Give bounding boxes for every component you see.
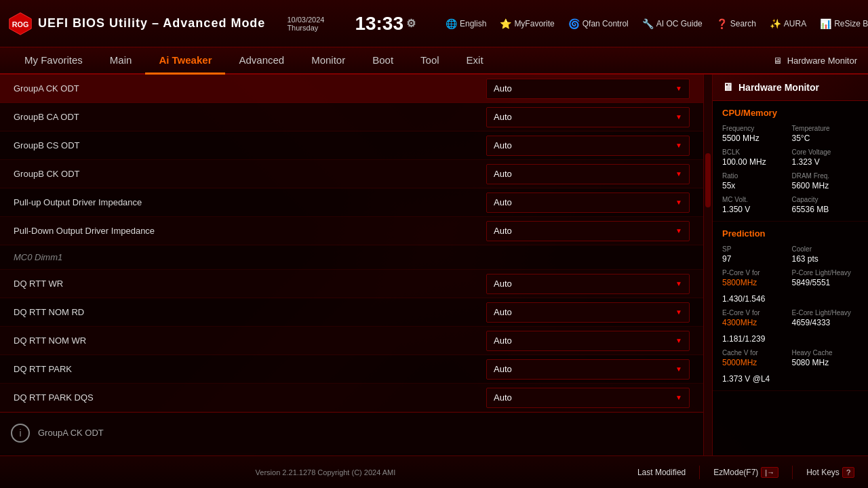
header: ROG UEFI BIOS Utility – Advanced Mode 10… bbox=[0, 0, 868, 47]
hw-grid-prediction: SP 97 Cooler 163 pts bbox=[722, 245, 859, 264]
setting-label-pulldown: Pull-Down Output Driver Impedance bbox=[14, 226, 486, 236]
chevron-down-icon: ▼ bbox=[675, 142, 682, 149]
content-area: GroupA CK ODT Auto ▼ GroupB CA ODT Auto … bbox=[0, 75, 868, 455]
setting-label-pullup: Pull-up Output Driver Impedance bbox=[14, 197, 486, 207]
setting-label-dq-rtt-park: DQ RTT PARK bbox=[14, 364, 486, 374]
dropdown-dq-rtt-wr[interactable]: Auto ▼ bbox=[486, 274, 690, 294]
footer-buttons: Last Modified EzMode(F7) |→ Hot Keys ? bbox=[637, 466, 854, 479]
hw-monitor-header: 🖥 Hardware Monitor bbox=[713, 75, 868, 101]
nav-exit[interactable]: Exit bbox=[453, 47, 497, 75]
nav-tool[interactable]: Tool bbox=[407, 47, 453, 75]
nav-boot[interactable]: Boot bbox=[359, 47, 407, 75]
nav-resize-bar[interactable]: 📊 ReSize BAR bbox=[814, 16, 868, 32]
hw-item-heavy-cache: Heavy Cache 5080 MHz bbox=[792, 349, 859, 367]
chevron-down-icon: ▼ bbox=[675, 170, 682, 178]
hot-keys-key: ? bbox=[842, 467, 854, 478]
aura-icon: ✨ bbox=[770, 18, 781, 29]
hw-item-ratio: Ratio 55x bbox=[722, 172, 789, 190]
table-row: GroupB CS ODT Auto ▼ bbox=[0, 131, 703, 160]
setting-label-groupa-ck-odt: GroupA CK ODT bbox=[14, 83, 486, 94]
chevron-down-icon: ▼ bbox=[675, 85, 682, 92]
hot-keys-label: Hot Keys bbox=[806, 468, 840, 477]
hw-section-prediction: Prediction SP 97 Cooler 163 pts P-Core V… bbox=[713, 222, 868, 391]
header-nav: 🌐 English ⭐ MyFavorite 🌀 Qfan Control 🔧 … bbox=[440, 16, 868, 32]
hw-item-core-voltage: Core Voltage 1.323 V bbox=[792, 148, 859, 167]
dropdown-pulldown[interactable]: Auto ▼ bbox=[486, 221, 690, 241]
hw-section-title-prediction: Prediction bbox=[722, 228, 859, 239]
nav-monitor[interactable]: Monitor bbox=[298, 47, 359, 75]
globe-icon: 🌐 bbox=[446, 18, 457, 29]
nav-aura[interactable]: ✨ AURA bbox=[764, 16, 812, 32]
hw-item-capacity: Capacity 65536 MB bbox=[792, 196, 859, 214]
scroll-thumb[interactable] bbox=[705, 153, 711, 207]
table-row: Pull-Down Output Driver Impedance Auto ▼ bbox=[0, 217, 703, 245]
hw-cache-section: Cache V for 5000MHz Heavy Cache 5080 MHz… bbox=[722, 349, 859, 384]
chevron-down-icon: ▼ bbox=[675, 394, 682, 401]
info-bar: i GroupA CK ODT bbox=[0, 412, 703, 453]
header-day: Thursday bbox=[287, 24, 318, 32]
dropdown-dq-rtt-park[interactable]: Auto ▼ bbox=[486, 359, 690, 380]
table-row: DQ RTT NOM WR Auto ▼ bbox=[0, 327, 703, 355]
hw-item-temperature: Temperature 35°C bbox=[792, 125, 859, 143]
hw-item-ecore-v-sub: 1.181/1.239 bbox=[722, 333, 789, 344]
setting-label-dq-rtt-nom-wr: DQ RTT NOM WR bbox=[14, 336, 486, 346]
nav-advanced[interactable]: Advanced bbox=[225, 47, 298, 75]
resize-icon: 📊 bbox=[820, 18, 831, 29]
nav-ai-oc[interactable]: 🔧 AI OC Guide bbox=[637, 16, 708, 32]
hw-pcore-grid: P-Core V for 5800MHz P-Core Light/Heavy … bbox=[722, 269, 859, 304]
dropdown-dq-rtt-nom-wr[interactable]: Auto ▼ bbox=[486, 331, 690, 351]
scrollbar[interactable] bbox=[704, 75, 712, 455]
hw-cache-grid: Cache V for 5000MHz Heavy Cache 5080 MHz… bbox=[722, 349, 859, 384]
nav-main[interactable]: Main bbox=[96, 47, 146, 75]
nav-english[interactable]: 🌐 English bbox=[440, 16, 492, 32]
hw-monitor-panel: 🖥 Hardware Monitor CPU/Memory Frequency … bbox=[712, 75, 868, 455]
monitor-icon: 🖥 bbox=[722, 81, 733, 94]
hw-section-title-cpu: CPU/Memory bbox=[722, 108, 859, 118]
nav-qfan[interactable]: 🌀 Qfan Control bbox=[563, 16, 634, 32]
ez-mode-button[interactable]: EzMode(F7) |→ bbox=[713, 467, 778, 478]
header-logo: ROG UEFI BIOS Utility – Advanced Mode bbox=[8, 12, 265, 36]
last-modified-button[interactable]: Last Modified bbox=[637, 468, 686, 477]
search-icon: ❓ bbox=[716, 18, 728, 29]
monitor-tab-icon: 🖥 bbox=[773, 56, 782, 66]
table-row: GroupB CK ODT Auto ▼ bbox=[0, 160, 703, 188]
dropdown-groupb-cs-odt[interactable]: Auto ▼ bbox=[486, 136, 690, 156]
settings-icon[interactable]: ⚙ bbox=[406, 18, 416, 29]
footer: Version 2.21.1278 Copyright (C) 2024 AMI… bbox=[0, 455, 868, 488]
setting-label-dq-rtt-wr: DQ RTT WR bbox=[14, 279, 486, 289]
header-datetime: 10/03/2024 Thursday bbox=[287, 16, 348, 32]
dropdown-dq-rtt-park-dqs[interactable]: Auto ▼ bbox=[486, 388, 690, 408]
dropdown-dq-rtt-nom-rd[interactable]: Auto ▼ bbox=[486, 302, 690, 323]
hw-item-bclk: BCLK 100.00 MHz bbox=[722, 148, 789, 167]
table-row: GroupA CK ODT Auto ▼ bbox=[0, 75, 703, 103]
table-row: Pull-up Output Driver Impedance Auto ▼ bbox=[0, 188, 703, 217]
table-row: DQ RTT WR Auto ▼ bbox=[0, 270, 703, 298]
dropdown-groupb-ck-odt[interactable]: Auto ▼ bbox=[486, 164, 690, 184]
dropdown-groupb-ca-odt[interactable]: Auto ▼ bbox=[486, 107, 690, 127]
hw-grid-cpu: Frequency 5500 MHz Temperature 35°C BCLK… bbox=[722, 125, 859, 214]
chevron-down-icon: ▼ bbox=[675, 113, 682, 121]
hw-monitor-tab-label: 🖥 Hardware Monitor bbox=[773, 56, 857, 66]
ez-mode-key: |→ bbox=[761, 467, 778, 478]
setting-label-groupb-cs-odt: GroupB CS ODT bbox=[14, 140, 486, 150]
hw-item-mc-volt: MC Volt. 1.350 V bbox=[722, 196, 789, 214]
chevron-down-icon: ▼ bbox=[675, 337, 682, 344]
footer-divider-1 bbox=[699, 466, 700, 479]
dropdown-groupa-ck-odt[interactable]: Auto ▼ bbox=[486, 79, 690, 99]
hw-item-dram-freq: DRAM Freq. 5600 MHz bbox=[792, 172, 859, 190]
hw-item-pcore-v-sub: 1.430/1.546 bbox=[722, 293, 789, 304]
nav-search[interactable]: ❓ Last Modified Search bbox=[711, 16, 762, 32]
nav-ai-tweaker[interactable]: Ai Tweaker bbox=[145, 47, 225, 75]
svg-text:ROG: ROG bbox=[12, 20, 29, 28]
chevron-down-icon: ▼ bbox=[675, 365, 682, 373]
hot-keys-button[interactable]: Hot Keys ? bbox=[806, 467, 854, 478]
last-modified-label: Last Modified bbox=[637, 468, 686, 477]
chevron-down-icon: ▼ bbox=[675, 308, 682, 316]
hw-item-sp: SP 97 bbox=[722, 245, 789, 264]
hw-item-cache-v-for: Cache V for 5000MHz bbox=[722, 349, 789, 367]
nav-myfavorite[interactable]: ⭐ MyFavorite bbox=[494, 16, 559, 32]
nav-my-favorites[interactable]: My Favorites bbox=[11, 47, 96, 75]
table-row: DQ RTT PARK Auto ▼ bbox=[0, 355, 703, 384]
dropdown-pullup[interactable]: Auto ▼ bbox=[486, 192, 690, 213]
table-row: DQ RTT PARK DQS Auto ▼ bbox=[0, 384, 703, 412]
